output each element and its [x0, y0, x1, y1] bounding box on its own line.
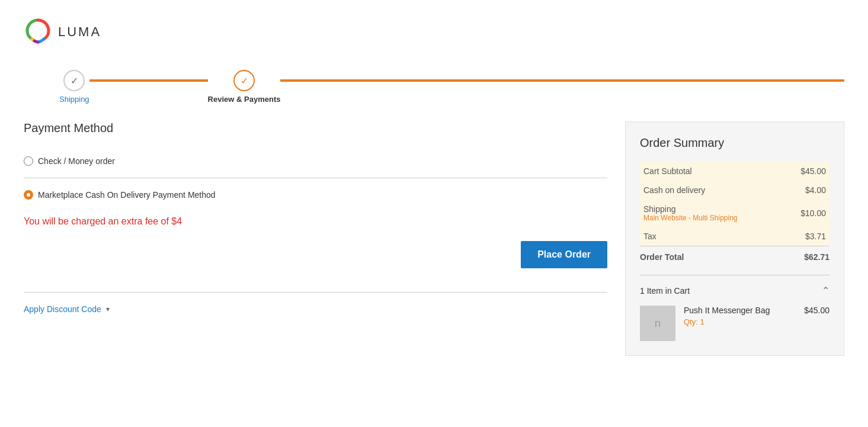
header: LUMA: [24, 12, 844, 58]
product-placeholder-svg: n: [646, 312, 670, 335]
radio-check-money[interactable]: [24, 156, 33, 166]
step-shipping-circle: ✓: [63, 70, 85, 91]
step-connector-line: [89, 79, 208, 82]
payment-method-title: Payment Method: [24, 121, 607, 135]
step-shipping-label: Shipping: [59, 95, 89, 104]
tax-value: $3.71: [783, 227, 829, 246]
step-shipping[interactable]: ✓ Shipping: [59, 70, 89, 104]
qty-value: 1: [700, 317, 704, 326]
progress-steps: ✓ Shipping ✓ Review & Payments: [24, 58, 844, 121]
cart-item-qty: Qty: 1: [684, 317, 796, 326]
order-summary-panel: Order Summary Cart Subtotal $45.00 Cash …: [625, 121, 844, 356]
cart-section-header[interactable]: 1 Item in Cart ⌃: [640, 275, 829, 296]
main-content: Payment Method Check / Money order Marke…: [24, 121, 844, 356]
summary-row-shipping: Shipping Main Website - Multi Shipping $…: [640, 200, 829, 227]
cart-item-name: Push It Messenger Bag: [684, 306, 796, 315]
step-review-circle: ✓: [233, 70, 255, 91]
chevron-up-icon: ⌃: [822, 285, 829, 296]
radio-cod-icon: [24, 190, 33, 200]
payment-option-cod[interactable]: Marketplace Cash On Delivery Payment Met…: [24, 183, 607, 207]
label-check-money: Check / Money order: [38, 156, 115, 166]
cart-subtotal-value: $45.00: [783, 162, 829, 181]
order-summary-table: Cart Subtotal $45.00 Cash on delivery $4…: [640, 162, 829, 265]
shipping-label: Shipping Main Website - Multi Shipping: [640, 200, 783, 227]
cart-subtotal-label: Cart Subtotal: [640, 162, 783, 181]
order-total-label: Order Total: [640, 246, 783, 266]
order-total-value: $62.71: [783, 246, 829, 266]
cart-item: n Push It Messenger Bag Qty: 1 $45.00: [640, 306, 829, 341]
apply-discount-label: Apply Discount Code: [24, 304, 101, 314]
chevron-down-icon: ▾: [106, 305, 110, 313]
svg-text:n: n: [655, 317, 661, 329]
checkout-form: Payment Method Check / Money order Marke…: [24, 121, 607, 314]
cart-item-image: n: [640, 306, 675, 341]
summary-row-tax: Tax $3.71: [640, 227, 829, 246]
cod-label: Cash on delivery: [640, 181, 783, 200]
summary-row-subtotal: Cart Subtotal $45.00: [640, 162, 829, 181]
step-connector-line-2: [280, 79, 844, 82]
cart-item-price: $45.00: [804, 306, 829, 315]
label-cod: Marketplace Cash On Delivery Payment Met…: [38, 190, 216, 200]
payment-divider: [24, 178, 607, 178]
cart-items-label: 1 Item in Cart: [640, 286, 690, 296]
tax-label: Tax: [640, 227, 783, 246]
place-order-button[interactable]: Place Order: [521, 241, 607, 268]
summary-row-cod: Cash on delivery $4.00: [640, 181, 829, 200]
place-order-wrapper: Place Order: [24, 241, 607, 268]
apply-discount-toggle[interactable]: Apply Discount Code ▾: [24, 292, 607, 314]
shipping-value: $10.00: [783, 200, 829, 227]
shipping-sub-label: Main Website - Multi Shipping: [643, 214, 780, 222]
payment-option-check[interactable]: Check / Money order: [24, 149, 607, 173]
logo-text: LUMA: [58, 24, 101, 40]
cart-item-details: Push It Messenger Bag Qty: 1: [684, 306, 796, 326]
qty-label: Qty:: [684, 317, 698, 326]
summary-row-total: Order Total $62.71: [640, 246, 829, 266]
step-review-payments: ✓ Review & Payments: [208, 70, 281, 104]
fee-warning: You will be charged an extra fee of $4: [24, 216, 607, 227]
cod-value: $4.00: [783, 181, 829, 200]
luma-logo-icon: [24, 18, 52, 46]
order-summary-title: Order Summary: [640, 136, 829, 150]
step-review-label: Review & Payments: [208, 95, 281, 104]
